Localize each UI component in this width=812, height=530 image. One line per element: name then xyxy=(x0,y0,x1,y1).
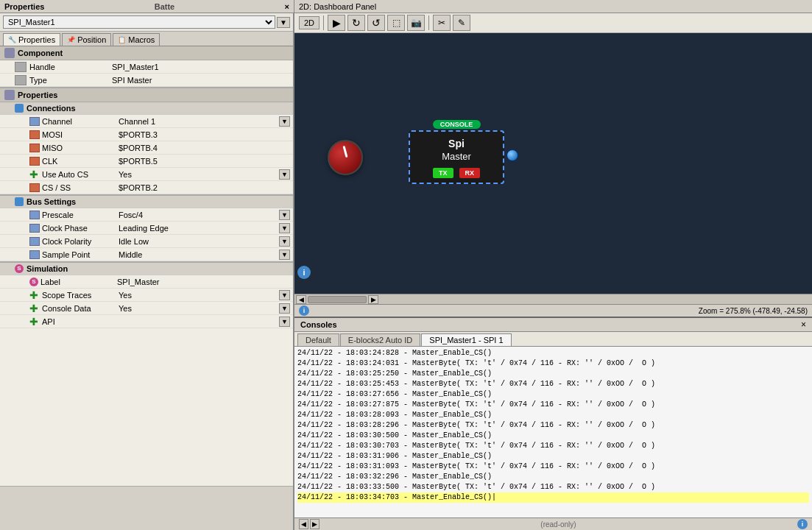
section-connections[interactable]: Connections xyxy=(0,102,293,115)
type-label: Type xyxy=(28,76,109,85)
tab-macros[interactable]: 📋 Macros xyxy=(113,33,160,46)
section-bus-settings[interactable]: Bus Settings xyxy=(0,194,293,208)
tab-default[interactable]: Default xyxy=(297,333,339,346)
console-line-5: 24/11/22 - 18:03:27:656 - Master_Enable_… xyxy=(297,389,809,400)
info-icon-small[interactable]: i xyxy=(299,305,309,316)
console-line-2: 24/11/22 - 18:03:24:031 - MasterByte( TX… xyxy=(297,358,809,369)
tab-spi-master[interactable]: SPI_Master1 - SPI 1 xyxy=(421,333,511,346)
clk-label: CLK xyxy=(42,157,116,166)
channel-dropdown[interactable]: ▼ xyxy=(279,116,290,127)
clock-phase-dropdown[interactable]: ▼ xyxy=(279,223,290,233)
rx-port[interactable]: RX xyxy=(459,168,481,178)
prop-row-cs-ss: CS / SS $PORTB.2 xyxy=(0,181,293,194)
prescale-dropdown[interactable]: ▼ xyxy=(279,210,290,220)
properties-panel: SPI_Master1 ▼ 🔧 Properties 📌 Position 📋 … xyxy=(0,13,294,530)
prop-row-miso: MISO $PORTB.4 xyxy=(0,141,293,155)
toolbar-rotate-cw-btn[interactable]: ↻ xyxy=(347,15,365,31)
dashboard-panel-title: 2D: Dashboard Panel xyxy=(299,2,376,11)
consoles-panel: Consoles × Default E-blocks2 Auto ID SPI… xyxy=(294,317,812,530)
tab-properties[interactable]: 🔧 Properties xyxy=(3,33,60,46)
toolbar-cut-btn[interactable]: ✂ xyxy=(433,15,451,31)
console-indicator: CONSOLE xyxy=(433,120,481,129)
console-scroll-right[interactable]: ▶ xyxy=(310,519,319,529)
cs-ss-label: CS / SS xyxy=(42,183,116,192)
section-component[interactable]: Component xyxy=(0,46,293,60)
simulation-icon: S xyxy=(15,264,24,273)
info-icon[interactable]: i xyxy=(297,266,311,279)
clock-polarity-value: Idle Low xyxy=(119,237,149,246)
spi-subtitle: Master xyxy=(414,150,498,163)
zoom-info-bar: i Zoom = 275.8% (-478.49, -24.58) xyxy=(294,304,812,317)
sample-point-dropdown[interactable]: ▼ xyxy=(279,250,290,260)
type-value: SPI Master xyxy=(109,76,293,85)
tab-eblocks[interactable]: E-blocks2 Auto ID xyxy=(340,333,420,346)
auto-cs-dropdown[interactable]: ▼ xyxy=(279,169,290,180)
console-line-14: 24/11/22 - 18:03:33:500 - MasterByte( TX… xyxy=(297,482,809,492)
rx-label: RX xyxy=(465,169,475,177)
console-footer: ◀ ▶ (read-only) i xyxy=(294,517,812,530)
props-close-btn[interactable]: × xyxy=(285,2,289,11)
handle-label: Handle xyxy=(28,63,109,71)
section-properties[interactable]: Properties xyxy=(0,87,293,102)
clock-polarity-label: Clock Polarity xyxy=(42,237,116,246)
console-line-9: 24/11/22 - 18:03:30:500 - Master_Enable_… xyxy=(297,431,809,441)
spi-component[interactable]: CONSOLE Spi Master TX RX xyxy=(409,120,504,184)
scroll-right-btn[interactable]: ▶ xyxy=(368,295,378,304)
auto-cs-label: Use Auto CS xyxy=(42,170,116,179)
toolbar-rotate-ccw-btn[interactable]: ↺ xyxy=(367,15,385,31)
section-simulation[interactable]: S Simulation xyxy=(0,261,293,275)
console-line-6: 24/11/22 - 18:03:27:875 - MasterByte( TX… xyxy=(297,400,809,410)
toolbar-edit-btn[interactable]: ✎ xyxy=(453,15,470,31)
toolbar-camera-btn[interactable]: 📷 xyxy=(407,15,425,31)
prop-row-clock-polarity: Clock Polarity Idle Low ▼ xyxy=(0,235,293,248)
properties-content: Component Handle SPI_Master1 Type SPI Ma… xyxy=(0,46,293,486)
consoles-tabs: Default E-blocks2 Auto ID SPI_Master1 - … xyxy=(294,332,812,347)
prop-row-sample-point: Sample Point Middle ▼ xyxy=(0,248,293,261)
api-label: API xyxy=(42,317,116,326)
toolbar-play-btn[interactable]: ▶ xyxy=(328,15,345,31)
dashboard-scrollbar-h[interactable]: ◀ ▶ xyxy=(294,294,812,304)
battery-tab-label: Batte xyxy=(155,2,175,11)
toolbar-2d-btn[interactable]: 2D xyxy=(299,16,319,29)
console-info-icon[interactable]: i xyxy=(797,519,808,529)
properties-panel-title: Properties xyxy=(4,2,44,11)
console-line-7: 24/11/22 - 18:03:28:093 - Master_Enable_… xyxy=(297,410,809,420)
prescale-label: Prescale xyxy=(42,211,116,219)
tx-label: TX xyxy=(439,169,448,177)
prop-row-prescale: Prescale Fosc/4 ▼ xyxy=(0,208,293,222)
component-selector[interactable]: SPI_Master1 xyxy=(3,15,275,29)
console-line-3: 24/11/22 - 18:03:25:250 - Master_Enable_… xyxy=(297,369,809,379)
tx-port[interactable]: TX xyxy=(433,168,453,178)
connections-icon xyxy=(15,104,24,113)
prop-row-mosi: MOSI $PORTB.3 xyxy=(0,128,293,141)
scrollbar-thumb-h[interactable] xyxy=(308,296,367,303)
scope-traces-label: Scope Traces xyxy=(42,291,116,300)
spi-box: Spi Master TX RX xyxy=(409,130,504,184)
scope-traces-dropdown[interactable]: ▼ xyxy=(279,290,290,300)
properties-title-bar: Properties Batte × xyxy=(0,0,294,13)
console-line-13: 24/11/22 - 18:03:32:296 - Master_Enable_… xyxy=(297,472,809,482)
zoom-text: Zoom = 275.8% (-478.49, -24.58) xyxy=(699,307,808,315)
console-output[interactable]: 24/11/22 - 18:03:24:828 - Master_Enable_… xyxy=(294,347,812,517)
dashboard-toolbar: 2D ▶ ↻ ↺ ⬚ 📷 ✂ ✎ xyxy=(294,13,812,33)
console-line-1: 24/11/22 - 18:03:24:828 - Master_Enable_… xyxy=(297,348,809,358)
component-selector-arrow[interactable]: ▼ xyxy=(277,17,290,28)
console-scroll-left[interactable]: ◀ xyxy=(299,519,308,529)
clock-polarity-dropdown[interactable]: ▼ xyxy=(279,236,290,247)
channel-value: Channel 1 xyxy=(119,117,155,126)
scroll-left-btn[interactable]: ◀ xyxy=(296,295,306,304)
console-line-12: 24/11/22 - 18:03:31:093 - MasterByte( TX… xyxy=(297,462,809,472)
blue-connector-node[interactable] xyxy=(506,149,518,161)
tab-position[interactable]: 📌 Position xyxy=(62,33,111,46)
tab-macros-label: Macros xyxy=(128,35,155,44)
dashboard-canvas[interactable]: CONSOLE Spi Master TX RX xyxy=(294,33,812,294)
dial-knob[interactable] xyxy=(328,140,363,175)
handle-value: SPI_Master1 xyxy=(109,63,293,71)
console-data-dropdown[interactable]: ▼ xyxy=(279,303,290,314)
api-dropdown[interactable]: ▼ xyxy=(279,317,290,327)
toolbar-flip-btn[interactable]: ⬚ xyxy=(387,15,405,31)
prop-row-api: ✚ API ▼ xyxy=(0,315,293,328)
prop-row-clk: CLK $PORTB.5 xyxy=(0,155,293,168)
consoles-close-btn[interactable]: × xyxy=(801,319,806,330)
channel-label: Channel xyxy=(42,117,116,126)
